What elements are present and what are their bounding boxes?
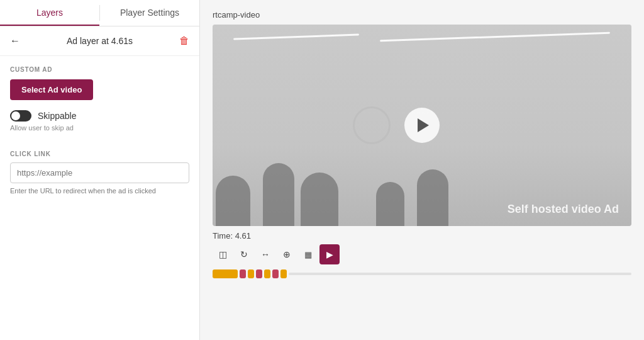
back-arrow-icon[interactable]: ← xyxy=(10,35,20,47)
person-silhouette xyxy=(216,176,250,226)
timeline xyxy=(213,268,631,280)
timeline-segment-orange-4 xyxy=(280,269,287,278)
timeline-segment-orange-main xyxy=(213,269,238,278)
skippable-label: Skippable xyxy=(38,111,77,121)
tab-player-settings[interactable]: Player Settings xyxy=(100,0,199,26)
tab-player-settings-label: Player Settings xyxy=(120,8,179,18)
person-silhouette xyxy=(376,182,404,226)
video-scene: Self hosted video Ad xyxy=(213,25,631,226)
tab-layers[interactable]: Layers xyxy=(0,0,99,26)
person-silhouette xyxy=(301,173,338,226)
toolbar-btn-add[interactable]: ⊕ xyxy=(277,244,297,264)
light-strip-2 xyxy=(380,32,610,42)
grid-icon: ▦ xyxy=(304,250,312,259)
toolbar-btn-image[interactable]: ◫ xyxy=(213,244,233,264)
skippable-toggle[interactable] xyxy=(10,110,31,122)
toolbar-btn-rotate[interactable]: ↻ xyxy=(234,244,254,264)
timeline-track[interactable] xyxy=(213,268,631,280)
toolbar-btn-grid[interactable]: ▦ xyxy=(298,244,318,264)
person-silhouette xyxy=(417,169,448,226)
back-bar: ← Ad layer at 4.61s 🗑 xyxy=(0,26,199,56)
url-input[interactable] xyxy=(10,162,189,183)
person-silhouette xyxy=(263,163,294,226)
time-label: Time: 4.61 xyxy=(213,231,631,241)
click-link-label: CLICK LINK xyxy=(10,150,189,157)
play-button[interactable] xyxy=(404,108,440,143)
video-label: rtcamp-video xyxy=(213,10,631,20)
select-ad-button[interactable]: Select Ad video xyxy=(10,79,93,100)
left-panel: Layers Player Settings ← Ad layer at 4.6… xyxy=(0,0,200,340)
add-icon: ⊕ xyxy=(283,249,291,259)
light-strip-1 xyxy=(233,34,359,40)
timeline-segment-pink-3 xyxy=(272,269,279,278)
custom-ad-section: CUSTOM AD Select Ad video Skippable Allo… xyxy=(0,56,199,150)
timeline-segment-orange-3 xyxy=(264,269,270,278)
resize-icon: ↔ xyxy=(261,249,270,259)
click-link-section: CLICK LINK Enter the URL to redirect whe… xyxy=(0,150,199,205)
toolbar-btn-play-active[interactable]: ▶ xyxy=(319,244,340,264)
custom-ad-label: CUSTOM AD xyxy=(10,66,189,73)
panel-content: ← Ad layer at 4.61s 🗑 CUSTOM AD Select A… xyxy=(0,26,199,340)
play-triangle-icon xyxy=(418,118,429,132)
timeline-segment-orange-2 xyxy=(248,269,254,278)
timeline-segment-pink-1 xyxy=(240,269,246,278)
video-watermark: Self hosted video Ad xyxy=(508,203,619,216)
layer-title: Ad layer at 4.61s xyxy=(67,36,133,46)
tabs: Layers Player Settings xyxy=(0,0,199,26)
delete-icon[interactable]: 🗑 xyxy=(179,35,189,47)
tab-layers-label: Layers xyxy=(36,8,63,18)
toolbar: ◫ ↻ ↔ ⊕ ▦ ▶ xyxy=(213,244,631,264)
url-hint: Enter the URL to redirect when the ad is… xyxy=(10,187,189,195)
play-icon: ▶ xyxy=(326,249,333,259)
skippable-row: Skippable xyxy=(10,110,189,122)
video-container[interactable]: Self hosted video Ad xyxy=(213,25,631,226)
skippable-hint: Allow user to skip ad xyxy=(10,124,189,132)
timeline-segment-pink-2 xyxy=(256,269,262,278)
right-panel: rtcamp-video Self hosted video Ad xyxy=(200,0,644,340)
image-icon: ◫ xyxy=(219,249,227,259)
rotate-icon: ↻ xyxy=(240,249,248,259)
timeline-empty xyxy=(289,273,631,275)
toolbar-btn-resize[interactable]: ↔ xyxy=(255,244,275,264)
